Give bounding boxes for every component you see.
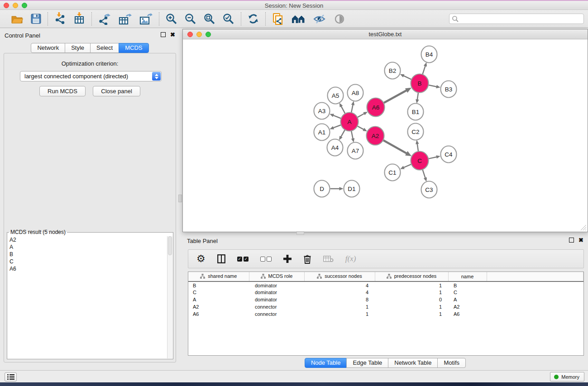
column-header-shared-name[interactable]: shared name <box>188 272 249 281</box>
node-D[interactable]: D <box>314 181 330 197</box>
network-graph[interactable]: B4B2BB3A5A8A6A3B1AA1C2A2A4A7C4CC1C3DD1 <box>183 39 588 232</box>
edge-C-C4[interactable] <box>429 157 437 159</box>
node-A8[interactable]: A8 <box>348 85 363 101</box>
node-C2[interactable]: C2 <box>408 124 424 140</box>
horizontal-split-grip[interactable] <box>296 231 304 235</box>
column-header-successor-nodes[interactable]: successor nodes <box>304 272 375 281</box>
cell[interactable]: A <box>448 296 487 303</box>
export-table-button[interactable] <box>117 12 133 26</box>
cell[interactable]: A6 <box>188 310 249 318</box>
column-header-name[interactable]: name <box>448 272 487 281</box>
open-file-button[interactable] <box>10 13 24 25</box>
edge-A-A1[interactable] <box>333 125 341 128</box>
table-row[interactable]: Cdominator41C <box>188 289 583 296</box>
cell[interactable]: connector <box>249 303 304 310</box>
node-B[interactable]: B <box>411 74 429 93</box>
column-header-predecessor-nodes[interactable]: predecessor nodes <box>375 272 448 281</box>
close-panel-icon[interactable]: ✖ <box>170 32 175 37</box>
result-item[interactable]: A <box>8 243 167 251</box>
edge-B-B1[interactable] <box>417 92 418 100</box>
column-header-MCDS-role[interactable]: MCDS role <box>249 272 304 281</box>
import-network-button[interactable] <box>53 11 67 26</box>
cell[interactable]: 1 <box>375 310 448 318</box>
search-input[interactable] <box>459 15 583 23</box>
export-network-button[interactable] <box>97 12 112 26</box>
node-A2[interactable]: A2 <box>367 127 384 145</box>
table-row[interactable]: Bdominator41B <box>188 281 583 289</box>
split-column-button[interactable] <box>216 253 226 264</box>
edge-A-A6[interactable] <box>358 114 364 117</box>
run-mcds-button[interactable]: Run MCDS <box>39 86 86 96</box>
result-item[interactable]: B <box>8 251 167 258</box>
refresh-button[interactable] <box>247 12 260 25</box>
node-A6[interactable]: A6 <box>367 98 385 117</box>
edge-A6-B[interactable] <box>384 91 406 103</box>
cell[interactable]: 1 <box>304 303 375 310</box>
edge-A-A4[interactable] <box>341 130 345 137</box>
node-C4[interactable]: C4 <box>441 146 457 163</box>
unselect-all-button[interactable] <box>259 256 272 262</box>
edge-A-A7[interactable] <box>351 131 353 139</box>
cell[interactable]: C <box>188 289 249 296</box>
cell[interactable]: 4 <box>304 289 375 296</box>
edge-B-B4[interactable] <box>422 66 425 74</box>
edge-A-A8[interactable] <box>351 105 353 113</box>
show-panels-button[interactable] <box>5 372 17 381</box>
function-builder-button[interactable]: f(x) <box>344 253 357 264</box>
zoom-in-button[interactable] <box>165 12 178 26</box>
tab-network[interactable]: Network <box>31 43 65 53</box>
tab-network-table[interactable]: Network Table <box>388 358 438 368</box>
table-settings-button[interactable]: ⚙ <box>196 253 206 265</box>
zoom-out-button[interactable] <box>184 12 197 26</box>
hide-selected-button[interactable] <box>312 13 327 25</box>
edge-A2-C[interactable] <box>383 140 407 153</box>
node-C[interactable]: C <box>411 152 429 170</box>
node-B1[interactable]: B1 <box>408 104 424 120</box>
cell[interactable]: A <box>188 296 249 303</box>
cell[interactable]: A6 <box>448 310 487 318</box>
show-all-button[interactable] <box>333 13 346 25</box>
cell[interactable]: 1 <box>375 303 448 310</box>
result-item[interactable]: C <box>8 258 167 265</box>
tab-select[interactable]: Select <box>90 43 119 53</box>
node-B3[interactable]: B3 <box>441 81 457 98</box>
zoom-selected-button[interactable] <box>222 12 235 26</box>
edge-B-B3[interactable] <box>429 85 437 87</box>
edge-C-C2[interactable] <box>417 143 418 151</box>
cell[interactable]: A2 <box>448 303 487 310</box>
node-A5[interactable]: A5 <box>328 87 344 104</box>
tab-mcds[interactable]: MCDS <box>119 43 148 53</box>
result-scrollbar[interactable] <box>167 236 172 358</box>
tab-motifs[interactable]: Motifs <box>437 358 466 368</box>
cell[interactable]: 0 <box>375 296 448 303</box>
memory-button[interactable]: Memory <box>550 372 584 381</box>
edge-C-C1[interactable] <box>403 164 411 167</box>
cell[interactable]: dominator <box>249 281 304 289</box>
save-session-button[interactable] <box>30 13 42 25</box>
edge-B-B2[interactable] <box>403 76 411 79</box>
cell[interactable]: 8 <box>304 296 375 303</box>
cell[interactable]: 1 <box>304 310 375 318</box>
cell[interactable]: B <box>188 281 249 289</box>
cell[interactable]: 1 <box>375 281 448 289</box>
result-item[interactable]: A6 <box>8 265 167 272</box>
delete-table-button[interactable] <box>322 254 335 263</box>
float-table-panel-icon[interactable] <box>569 238 574 243</box>
close-panel-button[interactable]: Close panel <box>93 86 140 96</box>
node-A1[interactable]: A1 <box>314 124 330 141</box>
close-table-panel-icon[interactable]: ✖ <box>578 238 583 243</box>
node-A4[interactable]: A4 <box>327 139 343 156</box>
float-panel-icon[interactable] <box>161 32 166 37</box>
cell[interactable]: A2 <box>188 303 249 310</box>
zoom-fit-button[interactable] <box>203 12 216 26</box>
export-image-button[interactable] <box>138 12 153 26</box>
network-canvas[interactable]: B4B2BB3A5A8A6A3B1AA1C2A2A4A7C4CC1C3DD1 <box>183 39 587 231</box>
tab-style[interactable]: Style <box>65 43 91 53</box>
table-row[interactable]: A6connector11A6 <box>188 310 583 318</box>
new-network-from-selection-button[interactable] <box>271 12 285 26</box>
import-table-button[interactable] <box>72 11 86 26</box>
node-A[interactable]: A <box>341 113 359 131</box>
cell[interactable]: C <box>448 289 487 296</box>
resize-grip[interactable] <box>581 225 586 230</box>
vertical-split-grip[interactable] <box>178 195 182 202</box>
